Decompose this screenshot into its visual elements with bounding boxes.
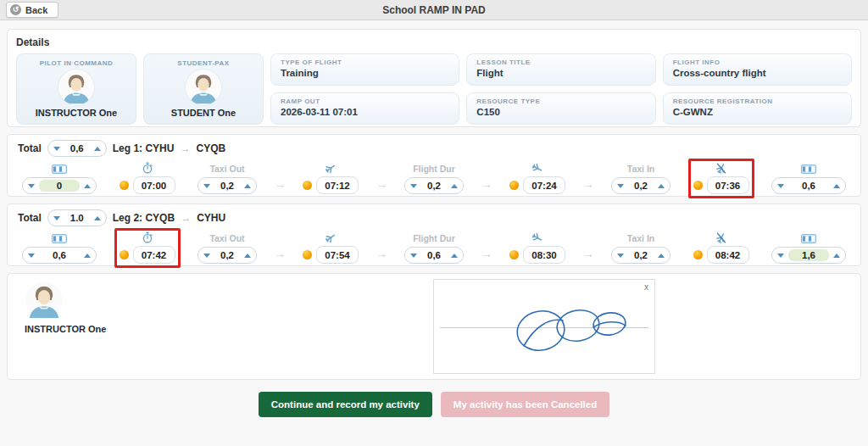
stepper-up-icon[interactable] bbox=[833, 254, 840, 258]
stepper-up-icon[interactable] bbox=[94, 216, 101, 220]
leg-2-card: Total 1.0 Leg 2: CYQB → CYHU 0,6 bbox=[7, 203, 861, 266]
hobbs-end-value: 1,6 bbox=[788, 249, 829, 261]
landing-plane-icon bbox=[531, 231, 544, 243]
stepper-up-icon[interactable] bbox=[658, 254, 665, 258]
ramp-in-cell bbox=[688, 228, 754, 268]
takeoff-cell bbox=[298, 228, 364, 268]
flight-dur-stepper[interactable]: 0,6 bbox=[404, 247, 464, 264]
stepper-down-icon[interactable] bbox=[777, 254, 784, 258]
field-value: Flight bbox=[476, 68, 645, 78]
field-value: Cross-country flight bbox=[673, 68, 842, 78]
field-type-of-flight: TYPE OF FLIGHT Training bbox=[270, 53, 459, 86]
hobbs-end-stepper[interactable]: 0,6 bbox=[771, 177, 846, 194]
clear-signature-button[interactable]: x bbox=[644, 282, 648, 292]
stepper-down-icon[interactable] bbox=[28, 184, 35, 188]
leg-2-total-stepper[interactable]: 1.0 bbox=[47, 209, 107, 226]
stepper-down-icon[interactable] bbox=[777, 184, 784, 188]
activity-cancelled-button[interactable]: My activity has been Cancelled bbox=[441, 392, 609, 417]
taxi-in-stepper[interactable]: 0,2 bbox=[611, 177, 670, 194]
signature-pad[interactable]: x bbox=[433, 279, 655, 374]
field-label: RAMP OUT bbox=[281, 98, 449, 105]
stepper-down-icon[interactable] bbox=[410, 254, 417, 258]
flight-dur-label: Flight Dur bbox=[413, 163, 455, 175]
stepper-down-icon[interactable] bbox=[53, 147, 60, 151]
stepper-up-icon[interactable] bbox=[94, 147, 101, 151]
clock-icon bbox=[303, 250, 312, 259]
stepper-up-icon[interactable] bbox=[244, 184, 251, 188]
counter-icon bbox=[52, 163, 67, 175]
signer-block: INSTRUCTOR One bbox=[25, 281, 106, 334]
flight-dur-value: 0,6 bbox=[421, 249, 447, 261]
taxi-in-cell: Taxi In 0,2 bbox=[606, 159, 676, 198]
hobbs-end-stepper[interactable]: 1,6 bbox=[771, 247, 846, 264]
takeoff-time-input[interactable] bbox=[316, 176, 359, 194]
flow-arrow-icon: → bbox=[275, 178, 286, 191]
stepper-up-icon[interactable] bbox=[451, 254, 458, 258]
stepper-down-icon[interactable] bbox=[28, 254, 35, 258]
field-label: LESSON TITLE bbox=[476, 59, 645, 66]
taxi-out-cell: Taxi Out 0,2 bbox=[192, 159, 262, 198]
leg-1-total-stepper[interactable]: 0,6 bbox=[47, 140, 107, 157]
details-fields-grid: TYPE OF FLIGHT Training LESSON TITLE Fli… bbox=[270, 53, 852, 125]
takeoff-plane-icon bbox=[324, 231, 337, 243]
pilot-in-command-card: PILOT IN COMMAND INSTRUCTOR One bbox=[16, 53, 136, 125]
pilot-role-label: PILOT IN COMMAND bbox=[40, 59, 114, 67]
taxi-out-stepper[interactable]: 0,2 bbox=[198, 177, 257, 194]
leg-1-card: Total 0,6 Leg 1: CYHU → CYQB 0 bbox=[7, 134, 861, 197]
stepper-down-icon[interactable] bbox=[203, 254, 210, 258]
ramp-out-cell-highlighted bbox=[114, 228, 181, 268]
landing-time-input[interactable] bbox=[523, 176, 565, 194]
ramp-in-time-input[interactable] bbox=[707, 246, 749, 264]
landing-cell bbox=[504, 159, 570, 198]
stepper-down-icon[interactable] bbox=[410, 184, 417, 188]
flow-arrow-icon: → bbox=[481, 178, 492, 191]
stepper-down-icon[interactable] bbox=[53, 216, 60, 220]
taxi-out-stepper[interactable]: 0,2 bbox=[198, 247, 257, 264]
stepper-up-icon[interactable] bbox=[658, 184, 665, 188]
hobbs-end-cell: 0,6 bbox=[766, 159, 851, 198]
taxi-in-label: Taxi In bbox=[627, 163, 654, 175]
taxi-in-value: 0,2 bbox=[628, 180, 654, 192]
stepper-up-icon[interactable] bbox=[84, 254, 91, 258]
route-arrow-icon: → bbox=[181, 212, 191, 224]
top-bar: ↺ Back School RAMP IN PAD bbox=[0, 0, 868, 20]
hobbs-start-stepper[interactable]: 0 bbox=[22, 177, 97, 194]
total-label: Total bbox=[18, 212, 42, 224]
engines-stop-icon bbox=[715, 231, 728, 243]
landing-time-input[interactable] bbox=[523, 246, 565, 264]
stepper-down-icon[interactable] bbox=[617, 254, 624, 258]
field-label: RESOURCE REGISTRATION bbox=[673, 98, 842, 105]
ramp-out-time-input[interactable] bbox=[133, 246, 175, 264]
details-card: Details PILOT IN COMMAND INSTRUCTOR One … bbox=[7, 29, 861, 127]
taxi-out-value: 0,2 bbox=[214, 180, 240, 192]
stepper-down-icon[interactable] bbox=[203, 184, 210, 188]
leg-1-row: 0 Taxi Out 0,2 → bbox=[16, 159, 852, 198]
stepper-up-icon[interactable] bbox=[84, 184, 91, 188]
leg-1-header: Total 0,6 Leg 1: CYHU → CYQB bbox=[18, 140, 852, 157]
student-name: STUDENT One bbox=[171, 108, 236, 118]
student-pax-card: STUDENT-PAX STUDENT One bbox=[143, 53, 264, 125]
stepper-up-icon[interactable] bbox=[451, 184, 458, 188]
field-ramp-out: RAMP OUT 2026-03-11 07:01 bbox=[270, 92, 459, 125]
counter-icon bbox=[52, 232, 67, 244]
ramp-out-time-input[interactable] bbox=[133, 176, 175, 194]
flight-dur-stepper[interactable]: 0,2 bbox=[404, 177, 464, 194]
field-label: FLIGHT INFO bbox=[673, 59, 842, 66]
student-role-label: STUDENT-PAX bbox=[177, 59, 229, 67]
ramp-in-time-input[interactable] bbox=[707, 176, 749, 194]
engines-stop-icon bbox=[715, 162, 728, 174]
hobbs-start-value: 0,6 bbox=[39, 249, 80, 261]
taxi-in-stepper[interactable]: 0,2 bbox=[611, 247, 670, 264]
continue-record-activity-button[interactable]: Continue and record my activity bbox=[259, 392, 432, 417]
flight-dur-cell: Flight Dur 0,6 bbox=[399, 229, 469, 268]
hobbs-end-cell: 1,6 bbox=[766, 229, 851, 268]
stepper-up-icon[interactable] bbox=[833, 184, 840, 188]
takeoff-time-input[interactable] bbox=[316, 246, 359, 264]
stepper-down-icon[interactable] bbox=[617, 184, 624, 188]
taxi-out-cell: Taxi Out 0,2 bbox=[192, 229, 262, 268]
stepper-up-icon[interactable] bbox=[244, 254, 251, 258]
hobbs-start-value: 0 bbox=[39, 180, 80, 192]
ramp-out-timer-icon bbox=[142, 162, 153, 174]
hobbs-start-stepper[interactable]: 0,6 bbox=[22, 247, 97, 264]
ramp-out-cell bbox=[114, 159, 181, 198]
